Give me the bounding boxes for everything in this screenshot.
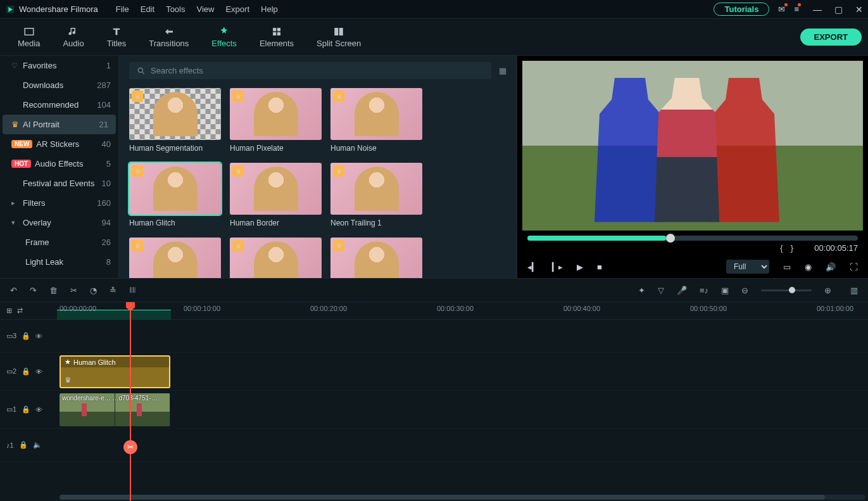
effect-human-noise[interactable]: ♛Human Noise xyxy=(330,88,422,153)
track-v1[interactable]: wondershare-e… …d703-4751-… xyxy=(57,391,868,429)
tab-audio[interactable]: Audio xyxy=(51,23,95,51)
brace-right[interactable]: } xyxy=(791,243,793,253)
search-input[interactable]: Search effects xyxy=(129,62,491,79)
timeline-hscroll[interactable] xyxy=(60,495,865,500)
tab-transitions[interactable]: Transitions xyxy=(137,23,200,51)
time-ruler[interactable]: 00:00:00:00 00:00:10:00 00:00:20:00 00:0… xyxy=(57,302,868,320)
tab-titles[interactable]: Titles xyxy=(96,23,138,51)
track-area[interactable]: 00:00:00:00 00:00:10:00 00:00:20:00 00:0… xyxy=(57,302,868,501)
mixer-icon[interactable]: ≡♪ xyxy=(700,286,708,295)
sidebar-item-audio-effects[interactable]: HOTAudio Effects5 xyxy=(0,154,118,174)
next-frame-icon[interactable]: ▎▸ xyxy=(552,262,563,272)
track-head-v2[interactable]: ▭2🔒👁 xyxy=(0,353,57,391)
list-icon[interactable]: ≡ xyxy=(794,4,799,14)
track-head-v3[interactable]: ▭3🔒👁 xyxy=(0,320,57,353)
sidebar-item-filters[interactable]: ▸Filters160 xyxy=(0,193,118,213)
preview-viewport[interactable] xyxy=(522,61,863,231)
scissors-icon[interactable]: ✂ xyxy=(123,440,137,454)
clip-human-glitch[interactable]: ★Human Glitch ♛ xyxy=(60,355,170,388)
ruler-head: ⊞ ⇄ xyxy=(0,302,57,320)
lock-icon[interactable]: 🔒 xyxy=(22,367,30,376)
prev-frame-icon[interactable]: ◂▎ xyxy=(527,262,538,272)
eye-icon[interactable]: 👁 xyxy=(35,333,42,340)
effect-human-border[interactable]: ♛Human Border xyxy=(230,163,322,227)
effect-human-glitch[interactable]: ♛Human Glitch xyxy=(129,163,221,227)
quality-select[interactable]: Full xyxy=(726,260,769,274)
effect-human-segmentation[interactable]: ♛Human Segmentation xyxy=(129,88,221,153)
tab-splitscreen[interactable]: Split Screen xyxy=(305,23,372,51)
delete-icon[interactable]: 🗑 xyxy=(49,286,58,295)
mail-icon[interactable]: ✉ xyxy=(778,4,785,14)
eye-icon[interactable]: 👁 xyxy=(35,368,42,376)
volume-icon[interactable]: 🔊 xyxy=(826,262,836,272)
audio-wave-icon[interactable]: ⦀⦀ xyxy=(129,285,135,295)
effect-item[interactable]: ♛ xyxy=(230,238,322,278)
redo-icon[interactable]: ↷ xyxy=(30,286,37,295)
lock-icon[interactable]: 🔒 xyxy=(22,332,30,340)
sidebar-item-ar-stickers[interactable]: NEWAR Stickers40 xyxy=(0,134,118,154)
effect-item[interactable]: ♛ xyxy=(129,238,221,278)
sidebar-item-downloads[interactable]: Downloads287 xyxy=(0,75,118,95)
sidebar-item-light-leak[interactable]: Light Leak8 xyxy=(0,252,118,272)
preview-timecode: 00:00:05:17 xyxy=(801,243,858,253)
eye-icon[interactable]: 👁 xyxy=(35,406,42,414)
sidebar-item-frame[interactable]: Frame26 xyxy=(0,232,118,252)
sidebar-item-festival[interactable]: Festival and Events10 xyxy=(0,174,118,193)
tab-elements[interactable]: Elements xyxy=(248,23,305,51)
timeline-toggle-icon[interactable]: ▥ xyxy=(850,286,858,295)
playhead[interactable]: ✂ xyxy=(130,302,131,501)
lock-icon[interactable]: 🔒 xyxy=(19,441,28,449)
render-icon[interactable]: ✦ xyxy=(638,286,645,295)
grid-view-icon[interactable]: ▦ xyxy=(499,66,506,75)
zoom-in-icon[interactable]: ⊕ xyxy=(824,286,831,295)
brace-left[interactable]: { xyxy=(780,243,783,253)
export-button[interactable]: EXPORT xyxy=(800,29,862,46)
track-head-a1[interactable]: ♪1🔒🔈 xyxy=(0,429,57,462)
close-icon[interactable]: ✕ xyxy=(855,4,863,15)
undo-icon[interactable]: ↶ xyxy=(10,286,17,295)
menu-file[interactable]: File xyxy=(116,4,129,14)
effect-item[interactable]: ♛ xyxy=(330,238,422,278)
track-v2[interactable]: ★Human Glitch ♛ xyxy=(57,353,868,391)
add-track-icon[interactable]: ⊞ xyxy=(6,307,12,315)
sidebar-item-ai-portrait[interactable]: ♛AI Portrait21 xyxy=(3,115,116,134)
sidebar-item-recommended[interactable]: Recommended104 xyxy=(0,95,118,115)
sidebar-collapse-button[interactable]: ◂ xyxy=(118,167,119,182)
play-icon[interactable]: ▶ xyxy=(577,262,583,272)
menu-view[interactable]: View xyxy=(196,4,214,14)
maximize-icon[interactable]: ▢ xyxy=(834,4,843,15)
menu-tools[interactable]: Tools xyxy=(166,4,185,14)
preview-scrubber[interactable] xyxy=(527,236,858,241)
fullscreen-icon[interactable]: ⛶ xyxy=(850,262,858,272)
menu-export[interactable]: Export xyxy=(225,4,249,14)
box-icon[interactable]: ▣ xyxy=(721,286,729,295)
link-icon[interactable]: ⇄ xyxy=(17,307,23,315)
speed-icon[interactable]: ◔ xyxy=(90,286,97,295)
sidebar-item-favorites[interactable]: ♡Favorites1 xyxy=(0,56,118,75)
sidebar-item-overlay[interactable]: ▾Overlay94 xyxy=(0,213,118,232)
screen-icon[interactable]: ▭ xyxy=(783,262,791,272)
voiceover-icon[interactable]: 🎤 xyxy=(677,286,687,295)
adjust-icon[interactable]: ≛ xyxy=(110,286,116,295)
track-v3[interactable] xyxy=(57,320,868,353)
stop-icon[interactable]: ■ xyxy=(597,262,602,272)
clip-video-main[interactable]: wondershare-e… …d703-4751-… xyxy=(60,393,170,426)
tab-media[interactable]: Media xyxy=(6,23,51,51)
lock-icon[interactable]: 🔒 xyxy=(22,405,30,414)
track-a1[interactable] xyxy=(57,429,868,462)
zoom-out-icon[interactable]: ⊖ xyxy=(741,286,748,295)
mute-icon[interactable]: 🔈 xyxy=(33,441,42,449)
marker-icon[interactable]: ▽ xyxy=(658,286,664,295)
menu-edit[interactable]: Edit xyxy=(141,4,154,14)
track-head-v1[interactable]: ▭1🔒👁 xyxy=(0,391,57,429)
tab-effects[interactable]: Effects xyxy=(200,23,248,51)
minimize-icon[interactable]: — xyxy=(813,4,822,15)
effects-sidebar: ♡Favorites1 Downloads287 Recommended104 … xyxy=(0,56,119,278)
zoom-slider[interactable] xyxy=(761,289,812,291)
menu-help[interactable]: Help xyxy=(261,4,278,14)
effect-human-pixelate[interactable]: ♛Human Pixelate xyxy=(230,88,322,153)
snapshot-icon[interactable]: ◉ xyxy=(805,262,812,272)
cut-icon[interactable]: ✂ xyxy=(70,286,77,295)
tutorials-button[interactable]: Tutorials xyxy=(714,3,769,16)
effect-neon-trailing-1[interactable]: ♛Neon Trailing 1 xyxy=(330,163,422,227)
